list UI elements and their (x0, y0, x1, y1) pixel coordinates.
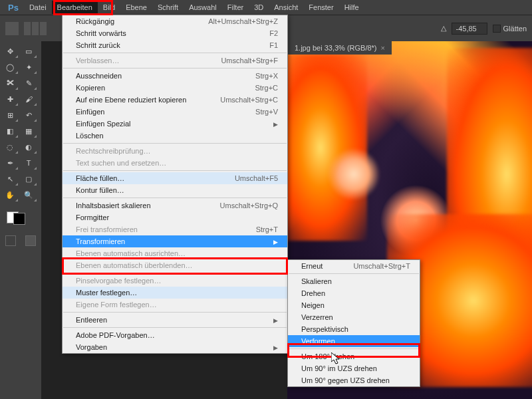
brush-tool[interactable]: 🖌 (20, 92, 37, 106)
menu-item-eigene-form-festlegen-: Eigene Form festlegen… (63, 299, 287, 311)
menu-item-erneut[interactable]: ErneutUmschalt+Strg+T (288, 260, 420, 272)
menu-item-ausschneiden[interactable]: AusschneidenStrg+X (63, 70, 287, 82)
menu-item-skalieren[interactable]: Skalieren (288, 275, 420, 287)
menu-schrift[interactable]: Schrift (152, 1, 184, 14)
pen-tool[interactable]: ✒ (1, 156, 19, 170)
menu-item-neigen[interactable]: Neigen (288, 299, 420, 311)
tools-panel: ✥ ▭ ◯ ✦ ✀ ✎ ✚ 🖌 ⊞ ↶ ◧ ▦ ◌ ◐ ✒ T ↖ ▢ ✋ 🔍 (0, 41, 41, 399)
menu-filter[interactable]: Filter (222, 1, 249, 14)
menu-item-verblassen-: Verblassen…Umschalt+Strg+F (63, 55, 287, 66)
menu-auswahl[interactable]: Auswahl (184, 1, 222, 14)
menu-item-formgitter[interactable]: Formgitter (63, 211, 287, 223)
blur-tool[interactable]: ◌ (1, 140, 19, 154)
menu-item-um-90-gegen-uzs-drehen[interactable]: Um 90° gegen UZS drehen (288, 374, 420, 386)
hand-tool[interactable]: ✋ (1, 188, 19, 202)
transform-submenu-dropdown: ErneutUmschalt+Strg+TSkalierenDrehenNeig… (287, 259, 420, 387)
heal-tool[interactable]: ✚ (1, 92, 19, 106)
gradient-tool[interactable]: ▦ (20, 124, 37, 138)
zoom-tool[interactable]: 🔍 (20, 188, 37, 202)
path-tool[interactable]: ↖ (1, 172, 19, 186)
angle-input[interactable] (452, 23, 487, 35)
color-swatches[interactable] (1, 206, 28, 230)
screenmode-toggle[interactable] (25, 235, 36, 246)
menu-item-muster-festlegen-[interactable]: Muster festlegen… (63, 287, 287, 299)
menu-item-verformen[interactable]: Verformen (288, 335, 420, 347)
shape-tool[interactable]: ▢ (20, 172, 37, 186)
menu-item-adobe-pdf-vorgaben-[interactable]: Adobe PDF-Vorgaben… (63, 329, 287, 341)
history-tool[interactable]: ↶ (20, 108, 37, 122)
menu-bearbeiten[interactable]: Bearbeiten (52, 1, 98, 14)
menu-item-text-suchen-und-ersetzen-: Text suchen und ersetzen… (63, 157, 287, 169)
menu-bild[interactable]: Bild (98, 1, 120, 14)
grid-options-icon[interactable] (24, 22, 47, 35)
quickmask-toggle[interactable] (5, 235, 16, 246)
menu-item-einf-gen[interactable]: EinfügenStrg+V (63, 106, 287, 118)
wand-tool[interactable]: ✦ (20, 60, 37, 74)
menu-item-entleeren[interactable]: Entleeren▶ (63, 314, 287, 326)
menu-item-frei-transformieren: Frei transformierenStrg+T (63, 223, 287, 235)
menu-3d[interactable]: 3D (249, 1, 269, 14)
menu-fenster[interactable]: Fenster (303, 1, 338, 14)
eyedropper-tool[interactable]: ✎ (20, 76, 37, 90)
angle-label-icon: △ (441, 24, 446, 33)
cursor-icon (331, 352, 342, 366)
menu-item-perspektivisch[interactable]: Perspektivisch (288, 323, 420, 335)
menu-hilfe[interactable]: Hilfe (339, 1, 364, 14)
type-tool[interactable]: T (20, 156, 37, 170)
menu-item-ebenen-automatisch-berblenden-: Ebenen automatisch überblenden… (63, 259, 287, 271)
menu-item-kopieren[interactable]: KopierenStrg+C (63, 82, 287, 94)
dodge-tool[interactable]: ◐ (20, 140, 37, 154)
menu-item-l-schen[interactable]: Löschen (63, 130, 287, 142)
edit-menu-dropdown: RückgängigAlt+Umschalt+Strg+ZSchritt vor… (62, 15, 288, 354)
menu-item-fl-che-f-llen-[interactable]: Fläche füllen…Umschalt+F5 (63, 172, 287, 184)
menu-item-um-180-drehen[interactable]: Um 180° drehen (288, 350, 420, 362)
menu-ebene[interactable]: Ebene (120, 1, 152, 14)
menu-datei[interactable]: Datei (24, 1, 52, 14)
menu-item-schritt-vorw-rts[interactable]: Schritt vorwärtsF2 (63, 27, 287, 39)
tool-preset-icon[interactable] (5, 22, 19, 35)
background-swatch[interactable] (13, 213, 25, 225)
document-tab-bar: 1.jpg bei 33,3% (RGB/8*)× (288, 41, 392, 55)
close-tab-icon[interactable]: × (381, 44, 385, 52)
menu-item-auf-eine-ebene-reduziert-kopieren[interactable]: Auf eine Ebene reduziert kopierenUmschal… (63, 94, 287, 106)
menu-item-schritt-zur-ck[interactable]: Schritt zurückF1 (63, 39, 287, 51)
menu-item-transformieren[interactable]: Transformieren▶ (63, 235, 287, 247)
move-tool[interactable]: ✥ (1, 44, 19, 59)
lasso-tool[interactable]: ◯ (1, 60, 19, 74)
menu-item-r-ckg-ngig[interactable]: RückgängigAlt+Umschalt+Strg+Z (63, 15, 287, 27)
document-tab[interactable]: 1.jpg bei 33,3% (RGB/8*)× (288, 41, 392, 55)
menu-item-pinselvorgabe-festlegen-: Pinselvorgabe festlegen… (63, 275, 287, 287)
eraser-tool[interactable]: ◧ (1, 124, 19, 138)
menu-item-verzerren[interactable]: Verzerren (288, 311, 420, 323)
menu-item-rechtschreibpr-fung-: Rechtschreibprüfung… (63, 145, 287, 157)
stamp-tool[interactable]: ⊞ (1, 108, 19, 122)
menu-item-kontur-f-llen-[interactable]: Kontur füllen… (63, 184, 287, 196)
ps-logo-icon: Ps (3, 3, 24, 13)
menu-ansicht[interactable]: Ansicht (269, 1, 303, 14)
menu-item-um-90-im-uzs-drehen[interactable]: Um 90° im UZS drehen (288, 362, 420, 374)
crop-tool[interactable]: ✀ (1, 76, 19, 90)
menu-item-inhaltsbasiert-skalieren[interactable]: Inhaltsbasiert skalierenUmschalt+Strg+Q (63, 200, 287, 211)
selection-tool[interactable]: ▭ (20, 44, 37, 59)
menu-item-vorgaben[interactable]: Vorgaben▶ (63, 341, 287, 353)
menu-item-ebenen-automatisch-ausrichten-: Ebenen automatisch ausrichten… (63, 247, 287, 259)
glatten-checkbox[interactable]: Glätten (493, 25, 527, 33)
menu-item-drehen[interactable]: Drehen (288, 287, 420, 299)
menubar: Ps Datei Bearbeiten Bild Ebene Schrift A… (0, 0, 532, 15)
menu-item-einf-gen-spezial[interactable]: Einfügen Spezial▶ (63, 118, 287, 130)
